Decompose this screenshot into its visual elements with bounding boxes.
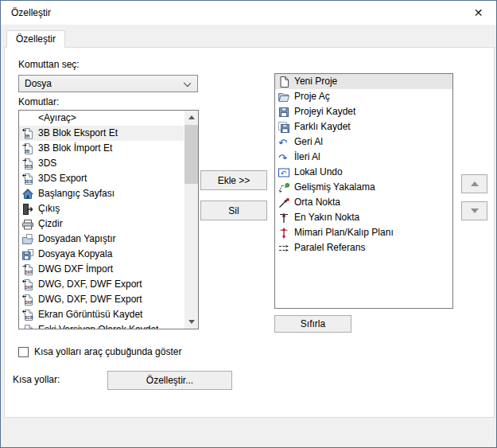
move-up-button[interactable] — [461, 174, 487, 193]
list-item-label: Gelişmiş Yakalama — [294, 180, 375, 195]
list-item-label: En Yakın Nokta — [294, 210, 359, 225]
svg-text:3B: 3B — [25, 134, 30, 138]
list-item[interactable]: Dosyadan Yapıştır — [19, 232, 184, 247]
list-item-label: 3DS Export — [38, 171, 87, 186]
commands-label: Komutlar: — [18, 96, 59, 107]
list-item-label: 3B Blok Eksport Et — [38, 126, 118, 141]
list-item[interactable]: Yeni Proje — [275, 74, 452, 89]
list-item-label: Çizdir — [38, 216, 63, 232]
command-source-label: Komuttan seç: — [18, 59, 80, 70]
home-icon — [21, 188, 34, 201]
nearest-point-icon — [278, 212, 290, 224]
list-item-label: Çıkış — [38, 201, 60, 216]
list-item[interactable]: <Ayıraç> — [19, 111, 184, 126]
open-project-icon — [278, 91, 290, 103]
parallel-reference-icon — [278, 242, 290, 255]
list-item-label: Eski Versiyon Olarak Kaydet — [38, 322, 158, 329]
list-item[interactable]: ↷İleri Al — [275, 150, 452, 165]
list-item[interactable]: Gelişmiş Yakalama — [275, 180, 452, 195]
doc-3ds-icon: 3DS — [21, 158, 34, 170]
list-item-label: DWG, DXF, DWF Export — [38, 292, 142, 307]
list-item[interactable]: Çizdir — [19, 216, 184, 232]
undo-icon: ↶ — [278, 136, 290, 149]
scroll-down-icon[interactable] — [184, 315, 198, 329]
dialog-footer: Tamam İptal — [1, 419, 496, 448]
list-item[interactable]: Projeyi Kaydet — [275, 104, 452, 119]
list-item[interactable]: Farklı Kaydet — [275, 119, 452, 134]
list-item[interactable]: ↶Lokal Undo — [275, 165, 452, 180]
doc-plain-icon — [21, 324, 34, 330]
title-bar: Özelleştir ✕ — [1, 1, 496, 25]
redo-icon: ↷ — [278, 151, 290, 164]
close-icon[interactable]: ✕ — [460, 1, 496, 25]
tab-page: Komuttan seç: Dosya Komutlar: <Ayıraç>3B… — [4, 47, 495, 418]
svg-text:DXF: DXF — [25, 285, 33, 290]
list-item-label: Paralel Referans — [294, 240, 365, 255]
list-item[interactable]: DXFDWG, DXF, DWF Export — [19, 277, 184, 292]
list-item[interactable]: Proje Aç — [275, 89, 452, 104]
list-item[interactable]: Başlangıç Sayfası — [19, 186, 184, 201]
scroll-up-icon[interactable] — [184, 111, 198, 124]
list-item[interactable]: 3DS3DS Export — [19, 171, 184, 186]
list-item-label: Dosyaya Kopyala — [38, 247, 112, 262]
list-item[interactable]: Orta Nokta — [275, 195, 452, 210]
tab-customize[interactable]: Özelleştir — [6, 30, 65, 48]
svg-text:↶: ↶ — [281, 169, 287, 177]
list-item[interactable]: DXFDWG, DXF, DWF Export — [19, 292, 184, 307]
svg-text:DXF: DXF — [25, 300, 33, 305]
list-item-label: Projeyi Kaydet — [294, 104, 355, 119]
list-item[interactable]: ↶Geri Al — [275, 134, 452, 150]
list-item[interactable]: Paralel Referans — [275, 240, 452, 255]
chevron-down-icon — [184, 80, 191, 87]
list-item-label: <Ayıraç> — [38, 111, 76, 126]
mid-point-icon — [278, 197, 290, 209]
arrow-up-icon — [471, 181, 479, 186]
customize-shortcuts-button[interactable]: Özelleştir... — [107, 371, 232, 390]
scrollbar[interactable] — [184, 111, 198, 329]
list-item[interactable]: 3B3B Blok İmport Et — [19, 141, 184, 156]
list-item[interactable]: Çıkış — [19, 201, 184, 216]
arrow-down-icon — [471, 208, 479, 213]
list-item[interactable]: En Yakın Nokta — [275, 210, 452, 225]
list-item[interactable]: DXFDWG DXF İmport — [19, 262, 184, 277]
list-item-label: Mimari Plan/Kalıp Planı — [294, 225, 394, 240]
customize-dialog: Özelleştir ✕ Özelleştir Komuttan seç: Do… — [0, 0, 497, 448]
list-item-label: Lokal Undo — [294, 165, 343, 180]
architectural-plan-icon — [278, 227, 290, 240]
commands-listbox[interactable]: <Ayıraç>3B3B Blok Eksport Et3B3B Blok İm… — [18, 110, 199, 329]
list-item[interactable]: SCREkran Görüntüsü Kaydet — [19, 307, 184, 322]
list-item[interactable]: 3B3B Blok Eksport Et — [19, 126, 184, 141]
show-shortcuts-label: Kısa yolları araç çubuğunda göster — [34, 346, 181, 357]
command-source-dropdown[interactable]: Dosya — [18, 75, 198, 92]
window-title: Özelleştir — [11, 1, 51, 25]
show-shortcuts-checkbox[interactable]: Kısa yolları araç çubuğunda göster — [18, 346, 181, 357]
delete-button[interactable]: Sil — [200, 201, 267, 220]
toolbar-items-listbox[interactable]: Yeni ProjeProje AçProjeyi KaydetFarklı K… — [274, 73, 453, 309]
add-button[interactable]: Ekle >> — [200, 170, 267, 190]
list-item-label: Ekran Görüntüsü Kaydet — [38, 307, 142, 322]
shortcuts-label: Kısa yollar: — [13, 374, 60, 385]
svg-text:↷: ↷ — [278, 151, 288, 163]
list-item[interactable]: Dosyaya Kopyala — [19, 247, 184, 262]
list-item-label: Yeni Proje — [294, 74, 337, 89]
save-project-icon — [278, 106, 290, 119]
list-item-label: Orta Nokta — [294, 195, 340, 210]
scrollbar-thumb[interactable] — [184, 125, 198, 184]
no-icon — [21, 112, 34, 125]
move-down-button[interactable] — [461, 201, 487, 220]
svg-text:DXF: DXF — [25, 270, 33, 275]
advanced-snap-icon — [278, 181, 290, 194]
list-item[interactable]: Mimari Plan/Kalıp Planı — [275, 225, 452, 240]
list-item-label: Başlangıç Sayfası — [38, 186, 115, 201]
list-item-label: İleri Al — [294, 150, 320, 165]
list-item-label: Dosyadan Yapıştır — [38, 232, 116, 247]
reset-button[interactable]: Sıfırla — [274, 315, 351, 333]
svg-text:3DS: 3DS — [25, 179, 33, 184]
list-item[interactable]: Eski Versiyon Olarak Kaydet — [19, 322, 184, 329]
command-source-value: Dosya — [25, 76, 52, 92]
svg-text:SCR: SCR — [25, 315, 33, 320]
list-item[interactable]: 3DS3DS — [19, 156, 184, 171]
doc-dxf-import-icon: DXF — [21, 263, 34, 276]
list-item-label: 3DS — [38, 156, 56, 171]
exit-icon — [21, 203, 34, 216]
